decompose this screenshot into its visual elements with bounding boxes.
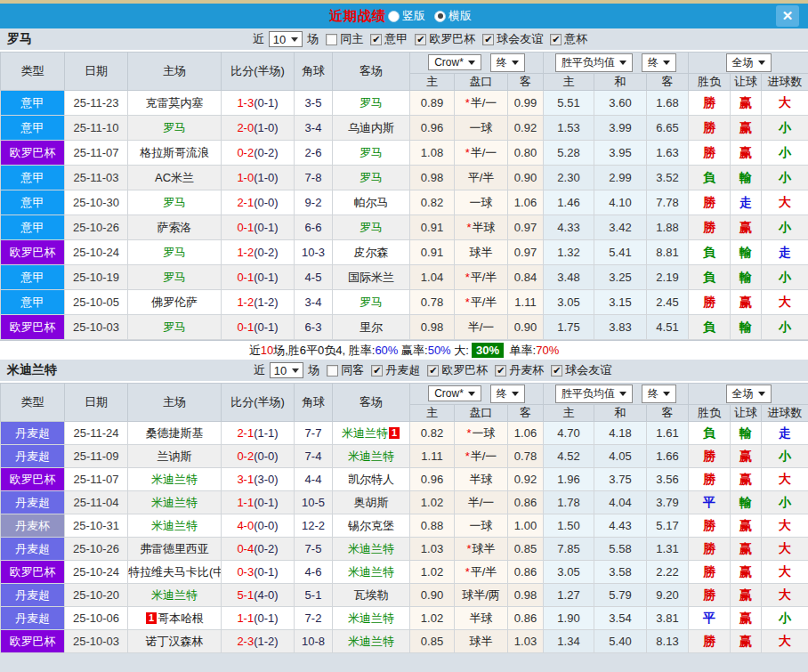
crow-away-odds: 0.97: [508, 240, 544, 265]
fulltime-score: 3-1: [237, 473, 254, 486]
handicap-line: 球半: [455, 630, 508, 653]
mean-draw-odds: 3.60: [594, 91, 647, 116]
league-badge: 丹麦杯: [1, 514, 65, 538]
corner-score: 12-2: [295, 514, 333, 538]
away-team: 皮尔森: [333, 240, 410, 265]
result-goals: 大: [762, 91, 808, 116]
radio-horizontal-layout[interactable]: [434, 11, 446, 22]
fulltime-score: 2-1: [237, 426, 254, 440]
final-odds-select[interactable]: 终: [490, 53, 525, 72]
result-handicap: 赢: [731, 514, 762, 538]
fullmatch-select[interactable]: 全场: [726, 53, 772, 72]
league-filter-label: 球会友谊: [497, 31, 543, 47]
halftime-score: (0-1): [254, 565, 278, 579]
mean-home-odds: 1.27: [544, 584, 594, 607]
mean-select[interactable]: 胜平负均值: [555, 53, 633, 72]
league-badge: 欧罗巴杯: [1, 315, 65, 340]
mean-home-odds: 5.28: [544, 141, 594, 166]
home-team: 弗雷德里西亚: [128, 538, 222, 561]
mean-home-odds: 2.30: [544, 166, 594, 190]
fulltime-score: 0-4: [237, 542, 254, 555]
league-badge: 意甲: [1, 190, 65, 215]
match-count-select[interactable]: 10: [269, 31, 303, 47]
subcol-header-4: 和: [594, 74, 647, 91]
crow-away-odds: 0.92: [508, 116, 544, 141]
radio-horizontal-label[interactable]: 横版: [448, 8, 472, 24]
mean-final-select[interactable]: 终: [642, 385, 676, 403]
result-handicap: 走: [731, 190, 762, 215]
away-team: 罗马: [333, 141, 410, 166]
same-venue-checkbox[interactable]: [327, 365, 338, 376]
red-card-badge: 1: [389, 427, 400, 439]
score-cell: 0-1(0-1): [222, 265, 295, 290]
league-filter-checkbox[interactable]: ✔: [551, 365, 562, 376]
result-handicap: 赢: [731, 584, 762, 607]
league-filter-checkbox[interactable]: ✔: [427, 365, 439, 376]
result-handicap: 赢: [731, 116, 762, 141]
mean-final-select[interactable]: 终: [642, 53, 676, 72]
score-cell: 1-2(1-2): [222, 290, 295, 315]
handicap-line: 半/一: [455, 315, 508, 340]
league-filter-checkbox[interactable]: ✔: [495, 365, 506, 376]
summary-segment: 60%: [375, 344, 398, 357]
league-badge: 意甲: [1, 91, 65, 116]
mean-away-odds: 1.66: [647, 445, 689, 468]
score-cell: 2-3(1-2): [222, 630, 295, 653]
mean-away-odds: 1.88: [647, 215, 689, 240]
close-button[interactable]: ✕: [776, 5, 799, 27]
halftime-score: (1-1): [254, 426, 278, 440]
result-wdl: 負: [689, 240, 731, 265]
crow-select[interactable]: Crow*: [428, 385, 481, 401]
league-filter-checkbox[interactable]: ✔: [550, 34, 562, 45]
match-date: 25-10-24: [65, 561, 128, 584]
same-venue-label: 同客: [341, 362, 364, 378]
col-header-away: 客场: [333, 53, 410, 91]
league-filter-checkbox[interactable]: ✔: [370, 34, 382, 45]
crow-home-odds: 1.08: [410, 141, 455, 166]
mean-draw-odds: 3.15: [594, 290, 647, 315]
fulltime-score: 1-2: [237, 246, 254, 259]
corner-score: 10-3: [295, 240, 333, 265]
same-venue-checkbox[interactable]: [326, 34, 337, 45]
score-cell: 0-3(0-1): [222, 561, 295, 584]
radio-vertical-layout[interactable]: [388, 11, 400, 22]
mean-draw-odds: 3.25: [594, 265, 647, 290]
league-badge: 欧罗巴杯: [1, 240, 65, 265]
fulltime-score: 1-2: [237, 296, 254, 309]
league-filter-checkbox[interactable]: ✔: [371, 365, 383, 376]
mean-away-odds: 2.19: [647, 265, 689, 290]
handicap-line: *平/半: [455, 265, 508, 290]
subcol-header-8: 进球数: [762, 405, 808, 422]
league-filter-label: 意甲: [384, 31, 408, 47]
titlebar: 近期战绩 竖版 横版 ✕: [0, 4, 808, 28]
result-handicap: 赢: [731, 141, 762, 166]
away-team: 乌迪内斯: [333, 116, 410, 141]
subcol-header-3: 主: [544, 74, 594, 91]
home-team: 米迪兰特: [128, 468, 222, 491]
fullmatch-select[interactable]: 全场: [726, 385, 772, 403]
mean-draw-odds: 3.54: [594, 607, 647, 630]
subcol-header-0: 主: [410, 74, 455, 91]
crow-home-odds: 0.96: [410, 116, 455, 141]
final-odds-select[interactable]: 终: [490, 385, 525, 403]
fulltime-score: 0-3: [237, 565, 254, 579]
score-cell: 0-2(0-0): [222, 445, 295, 468]
handicap-star: *: [465, 96, 470, 109]
result-handicap: 輸: [731, 315, 762, 340]
result-handicap: 赢: [731, 561, 762, 584]
league-filter-checkbox[interactable]: ✔: [482, 34, 494, 45]
subcol-header-0: 主: [410, 405, 455, 422]
away-team: 米迪兰特: [333, 630, 410, 653]
subcol-header-5: 客: [647, 405, 689, 422]
handicap-line: 一球: [455, 190, 508, 215]
match-count-select[interactable]: 10: [270, 362, 303, 378]
result-wdl: 勝: [689, 141, 731, 166]
home-team: 佛罗伦萨: [128, 290, 222, 315]
result-goals: 大: [762, 468, 808, 491]
radio-vertical-label[interactable]: 竖版: [402, 8, 425, 24]
league-badge: 意甲: [1, 215, 65, 240]
match-date: 25-11-23: [65, 91, 128, 116]
crow-select[interactable]: Crow*: [428, 54, 481, 70]
league-filter-checkbox[interactable]: ✔: [415, 34, 426, 45]
mean-select[interactable]: 胜平负均值: [555, 385, 633, 403]
